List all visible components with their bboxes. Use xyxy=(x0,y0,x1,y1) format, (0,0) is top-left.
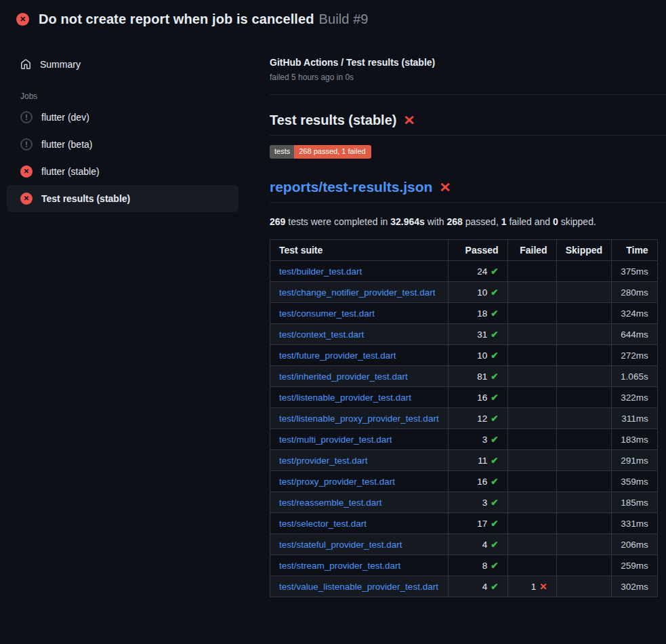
sidebar-item-label: flutter (beta) xyxy=(41,139,92,150)
test-suite-link[interactable]: test/listenable_provider_test.dart xyxy=(279,393,411,403)
sidebar-item-flutter-dev[interactable]: ! flutter (dev) xyxy=(7,104,238,131)
passed-cell: 16✔ xyxy=(448,387,507,408)
passed-cell: 3✔ xyxy=(448,492,507,513)
passed-cell-count: 16 xyxy=(477,477,487,487)
passed-cell-count: 12 xyxy=(477,414,487,424)
test-suite-cell: test/future_provider_test.dart xyxy=(270,345,449,366)
passed-cell: 12✔ xyxy=(448,408,507,429)
time-cell: 331ms xyxy=(612,513,658,534)
test-suite-link[interactable]: test/listenable_proxy_provider_test.dart xyxy=(279,414,439,424)
column-test-suite: Test suite xyxy=(270,240,449,261)
badge-value: 268 passed, 1 failed xyxy=(294,145,371,159)
table-row: test/stream_provider_test.dart8✔259ms xyxy=(270,555,658,576)
test-suite-link[interactable]: test/value_listenable_provider_test.dart xyxy=(279,582,438,592)
sidebar-item-summary[interactable]: Summary xyxy=(7,51,238,78)
time-cell: 324ms xyxy=(612,303,658,324)
passed-cell: 4✔ xyxy=(448,576,507,597)
check-icon: ✔ xyxy=(491,582,498,592)
sidebar-item-flutter-stable[interactable]: ✕ flutter (stable) xyxy=(7,158,238,185)
sidebar-summary-label: Summary xyxy=(40,59,81,70)
neutral-status-icon: ! xyxy=(20,111,33,123)
passed-cell: 17✔ xyxy=(448,513,507,534)
check-icon: ✔ xyxy=(491,329,498,340)
passed-cell-count: 24 xyxy=(477,266,487,277)
test-suite-cell: test/context_test.dart xyxy=(270,324,449,345)
failed-status-icon: ✕ xyxy=(16,13,29,26)
table-row: test/listenable_provider_test.dart16✔322… xyxy=(270,387,658,408)
test-suite-cell: test/builder_test.dart xyxy=(270,261,449,282)
skipped-cell xyxy=(556,282,611,303)
run-title: Do not create report when job is cancell… xyxy=(39,12,314,26)
table-row: test/value_listenable_provider_test.dart… xyxy=(270,576,658,597)
test-suite-cell: test/consumer_test.dart xyxy=(270,303,449,324)
failed-cell xyxy=(507,450,556,471)
report-file-link[interactable]: reports/test-results.json xyxy=(270,179,432,195)
table-row: test/builder_test.dart24✔375ms xyxy=(270,261,658,282)
column-failed: Failed xyxy=(507,240,556,261)
test-suite-link[interactable]: test/inherited_provider_test.dart xyxy=(279,371,408,382)
sidebar: Summary Jobs ! flutter (dev) ! flutter (… xyxy=(0,36,270,212)
exclamation-icon: ! xyxy=(25,114,28,121)
passed-cell-count: 10 xyxy=(477,287,487,298)
exclamation-icon: ! xyxy=(25,141,28,148)
passed-cell-count: 10 xyxy=(477,350,487,361)
skipped-cell xyxy=(556,303,611,324)
table-row: test/multi_provider_test.dart3✔183ms xyxy=(270,429,658,450)
time-cell: 291ms xyxy=(612,450,658,471)
x-icon: ✕ xyxy=(20,16,26,23)
failed-cell xyxy=(507,303,556,324)
test-suite-link[interactable]: test/reassemble_test.dart xyxy=(279,498,382,508)
passed-cell: 8✔ xyxy=(448,555,507,576)
skipped-cell xyxy=(556,324,611,345)
failed-cell-count: 1 xyxy=(531,582,537,592)
failed-cell xyxy=(507,429,556,450)
table-header-row: Test suite Passed Failed Skipped Time xyxy=(270,240,658,261)
tests-badge[interactable]: tests 268 passed, 1 failed xyxy=(270,145,371,159)
skipped-cell xyxy=(556,408,611,429)
test-suite-link[interactable]: test/stateful_provider_test.dart xyxy=(279,540,402,550)
section-title-text: Test results (stable) xyxy=(270,113,396,128)
table-row: test/proxy_provider_test.dart16✔359ms xyxy=(270,471,658,492)
check-icon: ✔ xyxy=(491,308,498,319)
summary-text: skipped. xyxy=(558,216,596,227)
table-row: test/future_provider_test.dart10✔272ms xyxy=(270,345,658,366)
failed-cell xyxy=(507,366,556,387)
test-suite-link[interactable]: test/future_provider_test.dart xyxy=(279,350,396,361)
time-cell: 322ms xyxy=(612,387,658,408)
passed-cell-count: 3 xyxy=(482,498,488,508)
passed-cell-count: 4 xyxy=(482,540,488,550)
sidebar-item-label: flutter (dev) xyxy=(41,112,89,123)
passed-cell: 4✔ xyxy=(448,534,507,555)
test-suite-link[interactable]: test/selector_test.dart xyxy=(279,519,367,529)
failed-cell xyxy=(507,282,556,303)
passed-cell: 11✔ xyxy=(448,450,507,471)
passed-cell: 3✔ xyxy=(448,429,507,450)
failed-cell xyxy=(507,408,556,429)
main-content: GitHub Actions / Test results (stable) f… xyxy=(270,36,666,597)
tests-summary-text: 269 tests were completed in 32.964s with… xyxy=(270,216,666,227)
table-row: test/change_notifier_provider_test.dart1… xyxy=(270,282,658,303)
test-suite-link[interactable]: test/proxy_provider_test.dart xyxy=(279,477,395,487)
passed-cell: 16✔ xyxy=(448,471,507,492)
summary-number: 32.964s xyxy=(390,216,425,227)
test-suite-link[interactable]: test/builder_test.dart xyxy=(279,266,362,277)
check-icon: ✔ xyxy=(491,498,498,508)
failed-cell: 1✕ xyxy=(507,576,556,597)
time-cell: 206ms xyxy=(612,534,658,555)
test-suite-link[interactable]: test/change_notifier_provider_test.dart xyxy=(279,287,435,298)
test-suite-link[interactable]: test/stream_provider_test.dart xyxy=(279,561,400,571)
passed-cell: 10✔ xyxy=(448,282,507,303)
test-suite-link[interactable]: test/multi_provider_test.dart xyxy=(279,435,392,445)
x-icon: ✕ xyxy=(24,195,29,202)
passed-cell: 24✔ xyxy=(448,261,507,282)
test-suite-cell: test/listenable_proxy_provider_test.dart xyxy=(270,408,449,429)
check-icon: ✔ xyxy=(491,561,498,571)
skipped-cell xyxy=(556,345,611,366)
test-suite-link[interactable]: test/consumer_test.dart xyxy=(279,308,375,319)
test-results-table: Test suite Passed Failed Skipped Time te… xyxy=(270,239,658,597)
sidebar-item-test-results-stable[interactable]: ✕ Test results (stable) xyxy=(7,185,238,212)
test-suite-link[interactable]: test/provider_test.dart xyxy=(279,456,368,466)
test-suite-link[interactable]: test/context_test.dart xyxy=(279,329,364,340)
sidebar-item-flutter-beta[interactable]: ! flutter (beta) xyxy=(7,131,238,158)
column-time: Time xyxy=(612,240,658,261)
